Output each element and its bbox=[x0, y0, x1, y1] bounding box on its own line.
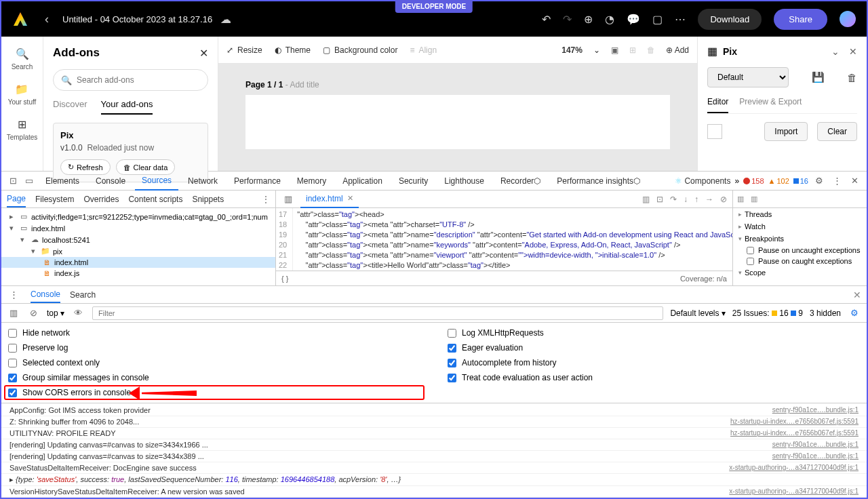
back-icon[interactable]: ‹ bbox=[45, 12, 49, 26]
tab-your-addons[interactable]: Your add-ons bbox=[101, 99, 153, 115]
console-filter-input[interactable] bbox=[92, 306, 663, 320]
tab-search[interactable]: Search bbox=[70, 290, 96, 300]
chk-pause-caught[interactable]: Pause on caught exceptions bbox=[733, 256, 867, 266]
tab-elements[interactable]: Elements bbox=[39, 172, 86, 191]
clear-button[interactable]: Clear bbox=[817, 122, 857, 141]
share-button[interactable]: Share bbox=[774, 9, 827, 30]
download-button[interactable]: Download bbox=[698, 9, 762, 30]
console-log[interactable]: AppConfig: Got IMS access token provider… bbox=[1, 403, 867, 499]
tab-security[interactable]: Security bbox=[392, 172, 435, 191]
fit-icon[interactable]: ▣ bbox=[611, 45, 618, 55]
tree-row[interactable]: ▾📁pix bbox=[1, 245, 275, 257]
device-icon[interactable]: ▭ bbox=[22, 176, 36, 186]
section-breakpoints[interactable]: ▾Breakpoints bbox=[733, 233, 867, 245]
comment-icon[interactable]: 💬 bbox=[627, 13, 640, 26]
tree-row[interactable]: ▸▭activityi;fledge=1;src=9212252;type=in… bbox=[1, 211, 275, 222]
tab-preview[interactable]: Preview & Export bbox=[739, 97, 802, 113]
lightbulb-icon[interactable]: ◔ bbox=[605, 13, 614, 26]
chk-group-similar[interactable]: Group similar messages in console bbox=[8, 373, 420, 382]
chk-show-cors[interactable]: Show CORS errors in console bbox=[4, 385, 425, 400]
user-avatar[interactable] bbox=[840, 11, 856, 27]
subtab-content[interactable]: Content scripts bbox=[128, 195, 182, 204]
eye-icon[interactable]: 👁 bbox=[71, 308, 85, 318]
chk-autocomplete[interactable]: Autocomplete from history bbox=[448, 358, 860, 367]
tab-network[interactable]: Network bbox=[181, 172, 224, 191]
more-icon[interactable]: ⋮ bbox=[830, 176, 844, 186]
subtab-filesystem[interactable]: Filesystem bbox=[35, 195, 74, 204]
tree-row[interactable]: ▾☁localhost:5241 bbox=[1, 234, 275, 245]
undo-icon[interactable]: ↶ bbox=[542, 13, 551, 26]
tree-row[interactable]: 🗎index.html bbox=[1, 257, 275, 268]
present-icon[interactable]: ▢ bbox=[652, 13, 663, 26]
subtab-overrides[interactable]: Overrides bbox=[83, 195, 119, 204]
sidebar-toggle-icon[interactable]: ▥ bbox=[281, 194, 295, 204]
tab-performance[interactable]: Performance bbox=[227, 172, 288, 191]
tab-perfinsights[interactable]: Performance insights ⬡ bbox=[550, 172, 647, 191]
layout-icon[interactable]: ▥ bbox=[642, 195, 650, 204]
file-tree[interactable]: ▸▭activityi;fledge=1;src=9212252;type=in… bbox=[1, 208, 275, 285]
invite-icon[interactable]: ⊕ bbox=[584, 13, 593, 26]
levels-select[interactable]: Default levels ▾ bbox=[670, 308, 725, 318]
canvas-page[interactable] bbox=[245, 95, 670, 149]
close-icon[interactable]: ✕ bbox=[199, 47, 208, 60]
tab-application[interactable]: Application bbox=[336, 172, 389, 191]
code-content[interactable]: "attr">class="tag"><head> "attr">class="… bbox=[293, 208, 732, 271]
import-button[interactable]: Import bbox=[764, 122, 808, 141]
icon[interactable]: ↓ bbox=[684, 195, 688, 204]
trash-icon[interactable]: 🗑 bbox=[847, 72, 857, 83]
rail-yourstuff[interactable]: 📁Your stuff bbox=[8, 83, 37, 106]
subtab-page[interactable]: Page bbox=[7, 194, 26, 207]
subtab-snippets[interactable]: Snippets bbox=[192, 195, 224, 204]
tab-console[interactable]: Console bbox=[31, 290, 60, 303]
tab-recorder[interactable]: Recorder ⬡ bbox=[494, 172, 547, 191]
chk-pause-uncaught[interactable]: Pause on uncaught exceptions bbox=[733, 245, 867, 256]
section-scope[interactable]: ▾Scope bbox=[733, 266, 867, 279]
theme-tool[interactable]: ◐Theme bbox=[275, 45, 311, 55]
close-icon[interactable]: ✕ bbox=[848, 176, 861, 186]
tree-row[interactable]: ▾▭index.html bbox=[1, 222, 275, 234]
add-button[interactable]: ⊕ Add bbox=[666, 45, 689, 55]
chk-selected-context[interactable]: Selected context only bbox=[8, 358, 420, 367]
icon[interactable]: → bbox=[705, 195, 713, 204]
tab-editor[interactable]: Editor bbox=[707, 97, 728, 113]
settings-icon[interactable]: ⚙ bbox=[812, 176, 826, 186]
more-icon[interactable]: ⋮ bbox=[262, 195, 270, 204]
issues-count[interactable]: 25 Issues: 16 9 bbox=[732, 308, 803, 318]
grid-icon[interactable]: ⊞ bbox=[629, 45, 636, 55]
tree-row[interactable]: 🗎index.js bbox=[1, 268, 275, 279]
tab-console[interactable]: Console bbox=[89, 172, 132, 191]
chk-user-action[interactable]: Treat code evaluation as user action bbox=[448, 373, 860, 382]
resize-tool[interactable]: ⤢Resize bbox=[226, 45, 262, 55]
icon[interactable]: ⊡ bbox=[656, 195, 663, 204]
chk-preserve-log[interactable]: Preserve log bbox=[8, 343, 420, 353]
more-icon[interactable]: ⋮ bbox=[7, 290, 21, 300]
icon[interactable]: ↑ bbox=[694, 195, 698, 204]
redo-icon[interactable]: ↷ bbox=[563, 13, 572, 26]
canvas-stage[interactable]: Page 1 / 1 - Add title bbox=[218, 64, 697, 171]
search-addons-input[interactable] bbox=[53, 69, 208, 91]
close-icon[interactable]: ✕ bbox=[849, 46, 857, 57]
chk-log-xhr[interactable]: Log XMLHttpRequests bbox=[448, 328, 860, 338]
tab-lighthouse[interactable]: Lighthouse bbox=[437, 172, 491, 191]
more-icon[interactable]: ⋯ bbox=[675, 13, 686, 26]
chk-hide-network[interactable]: Hide network bbox=[8, 328, 420, 338]
chevron-down-icon[interactable]: ⌄ bbox=[593, 45, 600, 55]
error-count[interactable]: 158 bbox=[743, 177, 764, 185]
context-select[interactable]: top ▾ bbox=[47, 308, 64, 318]
sidebar-icon[interactable]: ▥ bbox=[7, 308, 20, 318]
file-tab-index[interactable]: index.html✕ bbox=[300, 191, 359, 208]
inspect-icon[interactable]: ⊡ bbox=[7, 176, 20, 186]
section-watch[interactable]: ▸Watch bbox=[733, 220, 867, 233]
settings-icon[interactable]: ⚙ bbox=[848, 308, 861, 318]
zoom-level[interactable]: 147% bbox=[561, 45, 583, 55]
chevron-down-icon[interactable]: ⌄ bbox=[831, 46, 840, 57]
rail-templates[interactable]: ⊞Templates bbox=[7, 118, 38, 141]
preset-select[interactable]: Default bbox=[707, 67, 789, 87]
trash-icon[interactable]: 🗑 bbox=[647, 45, 655, 55]
tab-sources[interactable]: Sources bbox=[135, 172, 178, 191]
info-count[interactable]: 16 bbox=[793, 177, 808, 185]
close-tab-icon[interactable]: ✕ bbox=[347, 194, 353, 203]
icon[interactable]: ⊘ bbox=[720, 195, 727, 204]
tab-memory[interactable]: Memory bbox=[290, 172, 333, 191]
rail-search[interactable]: 🔍Search bbox=[12, 47, 33, 71]
